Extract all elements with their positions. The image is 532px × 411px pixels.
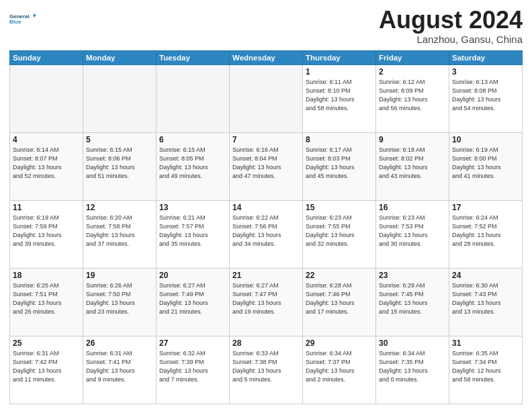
calendar-cell: 9Sunrise: 6:18 AMSunset: 8:02 PMDaylight… (376, 132, 449, 200)
calendar-cell: 10Sunrise: 6:19 AMSunset: 8:00 PMDayligh… (449, 132, 523, 200)
calendar-cell: 25Sunrise: 6:31 AMSunset: 7:42 PMDayligh… (10, 336, 83, 404)
day-number: 4 (13, 135, 80, 144)
day-number: 18 (13, 271, 80, 280)
day-info: Sunrise: 6:22 AMSunset: 7:56 PMDaylight:… (232, 214, 300, 248)
day-number: 31 (452, 338, 519, 348)
calendar-cell: 6Sunrise: 6:15 AMSunset: 8:05 PMDaylight… (157, 132, 230, 200)
calendar-cell: 8Sunrise: 6:17 AMSunset: 8:03 PMDaylight… (303, 132, 376, 200)
calendar-cell: 20Sunrise: 6:27 AMSunset: 7:49 PMDayligh… (157, 268, 230, 336)
day-info: Sunrise: 6:25 AMSunset: 7:51 PMDaylight:… (13, 281, 80, 316)
week-row-2: 4Sunrise: 6:14 AMSunset: 8:07 PMDaylight… (10, 132, 523, 200)
calendar-cell: 14Sunrise: 6:22 AMSunset: 7:56 PMDayligh… (230, 200, 303, 268)
page: General Blue August 2024 Lanzhou, Gansu,… (0, 0, 532, 411)
day-info: Sunrise: 6:30 AMSunset: 7:43 PMDaylight:… (452, 281, 519, 316)
calendar-cell: 4Sunrise: 6:14 AMSunset: 8:07 PMDaylight… (10, 132, 83, 200)
calendar-cell: 2Sunrise: 6:12 AMSunset: 8:09 PMDaylight… (376, 64, 449, 132)
title-block: August 2024 Lanzhou, Gansu, China (379, 7, 523, 45)
day-number: 19 (86, 271, 153, 280)
day-number: 16 (379, 203, 446, 212)
day-number: 9 (379, 135, 446, 144)
calendar-cell: 11Sunrise: 6:19 AMSunset: 7:59 PMDayligh… (10, 200, 83, 268)
location: Lanzhou, Gansu, China (379, 34, 523, 45)
calendar-cell: 15Sunrise: 6:23 AMSunset: 7:55 PMDayligh… (303, 200, 376, 268)
calendar-cell (157, 64, 230, 132)
calendar-cell: 31Sunrise: 6:35 AMSunset: 7:34 PMDayligh… (449, 336, 523, 404)
logo-svg: General Blue (9, 7, 36, 31)
calendar-cell (230, 64, 303, 132)
weekday-header-wednesday: Wednesday (230, 50, 303, 64)
day-number: 1 (306, 67, 373, 77)
calendar-cell: 3Sunrise: 6:13 AMSunset: 8:08 PMDaylight… (449, 64, 523, 132)
calendar-cell: 7Sunrise: 6:16 AMSunset: 8:04 PMDaylight… (230, 132, 303, 200)
day-number: 17 (452, 203, 519, 212)
day-info: Sunrise: 6:17 AMSunset: 8:03 PMDaylight:… (306, 146, 373, 181)
calendar-cell: 28Sunrise: 6:33 AMSunset: 7:38 PMDayligh… (230, 336, 303, 404)
calendar-table: SundayMondayTuesdayWednesdayThursdayFrid… (9, 50, 523, 404)
day-number: 8 (306, 135, 373, 144)
week-row-3: 11Sunrise: 6:19 AMSunset: 7:59 PMDayligh… (10, 200, 523, 268)
calendar-cell: 1Sunrise: 6:11 AMSunset: 8:10 PMDaylight… (303, 64, 376, 132)
day-number: 29 (306, 338, 373, 348)
day-number: 6 (159, 135, 226, 144)
calendar-body: 1Sunrise: 6:11 AMSunset: 8:10 PMDaylight… (10, 64, 523, 404)
calendar-cell (10, 64, 83, 132)
day-info: Sunrise: 6:12 AMSunset: 8:09 PMDaylight:… (379, 78, 446, 113)
day-number: 25 (13, 338, 80, 348)
day-info: Sunrise: 6:23 AMSunset: 7:55 PMDaylight:… (306, 214, 373, 248)
weekday-header-thursday: Thursday (303, 50, 376, 64)
day-info: Sunrise: 6:16 AMSunset: 8:04 PMDaylight:… (232, 146, 300, 181)
day-info: Sunrise: 6:19 AMSunset: 7:59 PMDaylight:… (13, 214, 80, 248)
day-info: Sunrise: 6:20 AMSunset: 7:58 PMDaylight:… (86, 214, 153, 248)
weekday-header-tuesday: Tuesday (157, 50, 230, 64)
day-number: 7 (232, 135, 300, 144)
day-number: 20 (159, 271, 226, 280)
day-number: 11 (13, 203, 80, 212)
day-info: Sunrise: 6:32 AMSunset: 7:39 PMDaylight:… (159, 349, 226, 384)
day-info: Sunrise: 6:28 AMSunset: 7:46 PMDaylight:… (306, 281, 373, 316)
day-number: 14 (232, 203, 300, 212)
calendar-cell: 17Sunrise: 6:24 AMSunset: 7:52 PMDayligh… (449, 200, 523, 268)
logo: General Blue (9, 7, 36, 31)
calendar-cell: 13Sunrise: 6:21 AMSunset: 7:57 PMDayligh… (157, 200, 230, 268)
calendar-cell: 21Sunrise: 6:27 AMSunset: 7:47 PMDayligh… (230, 268, 303, 336)
day-info: Sunrise: 6:15 AMSunset: 8:05 PMDaylight:… (159, 146, 226, 181)
day-info: Sunrise: 6:29 AMSunset: 7:45 PMDaylight:… (379, 281, 446, 316)
day-number: 15 (306, 203, 373, 212)
day-info: Sunrise: 6:15 AMSunset: 8:06 PMDaylight:… (86, 146, 153, 181)
day-number: 22 (306, 271, 373, 280)
week-row-4: 18Sunrise: 6:25 AMSunset: 7:51 PMDayligh… (10, 268, 523, 336)
month-title: August 2024 (379, 7, 523, 34)
day-number: 10 (452, 135, 519, 144)
day-info: Sunrise: 6:26 AMSunset: 7:50 PMDaylight:… (86, 281, 153, 316)
day-info: Sunrise: 6:35 AMSunset: 7:34 PMDaylight:… (452, 349, 519, 384)
weekday-header-monday: Monday (83, 50, 157, 64)
day-info: Sunrise: 6:34 AMSunset: 7:35 PMDaylight:… (379, 349, 446, 384)
week-row-5: 25Sunrise: 6:31 AMSunset: 7:42 PMDayligh… (10, 336, 523, 404)
calendar-cell: 23Sunrise: 6:29 AMSunset: 7:45 PMDayligh… (376, 268, 449, 336)
header: General Blue August 2024 Lanzhou, Gansu,… (9, 7, 523, 45)
day-number: 13 (159, 203, 226, 212)
calendar-cell: 29Sunrise: 6:34 AMSunset: 7:37 PMDayligh… (303, 336, 376, 404)
day-info: Sunrise: 6:23 AMSunset: 7:53 PMDaylight:… (379, 214, 446, 248)
day-info: Sunrise: 6:11 AMSunset: 8:10 PMDaylight:… (306, 78, 373, 113)
day-number: 2 (379, 67, 446, 77)
day-number: 5 (86, 135, 153, 144)
calendar-cell: 24Sunrise: 6:30 AMSunset: 7:43 PMDayligh… (449, 268, 523, 336)
day-number: 21 (232, 271, 300, 280)
day-info: Sunrise: 6:33 AMSunset: 7:38 PMDaylight:… (232, 349, 300, 384)
svg-text:Blue: Blue (9, 19, 21, 25)
day-info: Sunrise: 6:21 AMSunset: 7:57 PMDaylight:… (159, 214, 226, 248)
calendar-cell: 5Sunrise: 6:15 AMSunset: 8:06 PMDaylight… (83, 132, 157, 200)
weekday-header-saturday: Saturday (449, 50, 523, 64)
calendar-cell: 27Sunrise: 6:32 AMSunset: 7:39 PMDayligh… (157, 336, 230, 404)
calendar-cell: 19Sunrise: 6:26 AMSunset: 7:50 PMDayligh… (83, 268, 157, 336)
calendar-cell: 26Sunrise: 6:31 AMSunset: 7:41 PMDayligh… (83, 336, 157, 404)
svg-marker-2 (34, 13, 36, 17)
calendar-cell: 16Sunrise: 6:23 AMSunset: 7:53 PMDayligh… (376, 200, 449, 268)
day-number: 30 (379, 338, 446, 348)
calendar-cell: 22Sunrise: 6:28 AMSunset: 7:46 PMDayligh… (303, 268, 376, 336)
week-row-1: 1Sunrise: 6:11 AMSunset: 8:10 PMDaylight… (10, 64, 523, 132)
calendar-header-row: SundayMondayTuesdayWednesdayThursdayFrid… (10, 50, 523, 64)
calendar-cell: 12Sunrise: 6:20 AMSunset: 7:58 PMDayligh… (83, 200, 157, 268)
weekday-header-sunday: Sunday (10, 50, 83, 64)
